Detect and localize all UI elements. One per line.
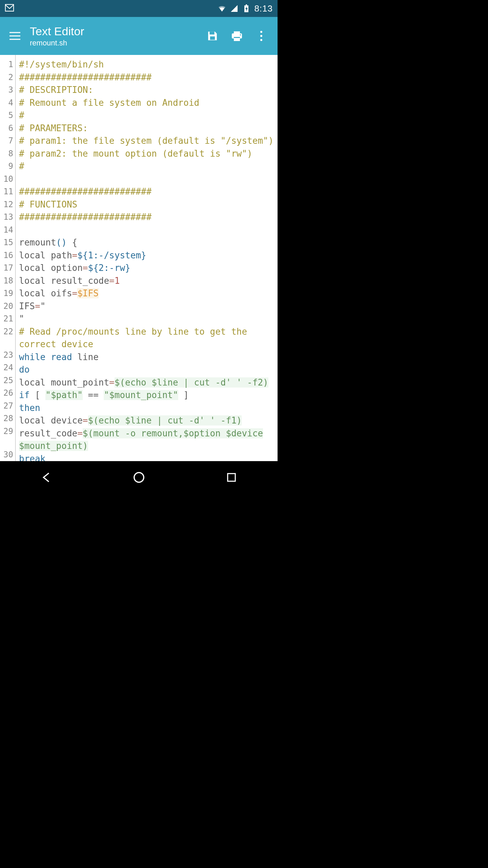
overflow-button[interactable] [252,27,270,45]
status-bar: 8:13 [0,0,278,17]
action-bar [200,27,273,45]
line-number: 24 [0,361,15,374]
line-number: 22 [0,326,15,349]
line-number: 19 [0,287,15,300]
print-button[interactable] [228,27,246,45]
code-line[interactable]: # FUNCTIONS [19,198,274,211]
code-line[interactable]: # [19,109,274,122]
nav-recent-button[interactable] [225,471,238,484]
line-number: 27 [0,400,15,413]
more-vert-icon [260,30,263,42]
recent-icon [226,472,237,482]
code-line[interactable]: ######################### [19,71,274,84]
line-number: 11 [0,185,15,198]
nav-home-button[interactable] [132,471,146,484]
svg-point-13 [240,34,241,36]
menu-icon [9,32,20,40]
nav-bar [0,461,278,494]
line-number: 7 [0,135,15,147]
code-line[interactable]: remount() { [19,236,274,249]
svg-rect-2 [246,4,247,5]
home-icon [133,472,145,483]
code-line[interactable]: then [19,402,274,415]
code-line[interactable]: while read line [19,351,274,364]
save-icon [207,30,218,42]
line-number: 17 [0,262,15,275]
code-line[interactable]: # [19,160,274,173]
line-number: 23 [0,349,15,362]
line-number: 1 [0,58,15,71]
code-content[interactable]: #!/system/bin/sh########################… [16,55,278,461]
line-number: 4 [0,97,15,110]
menu-button[interactable] [6,27,24,45]
code-line[interactable]: if [ "$path" == "$mount_point" ] [19,389,274,402]
code-line[interactable]: do [19,363,274,376]
svg-rect-12 [234,37,240,38]
code-line[interactable]: #!/system/bin/sh [19,58,274,71]
line-number: 5 [0,109,15,122]
cellular-icon [230,4,239,13]
line-number: 26 [0,387,15,400]
svg-point-15 [260,35,262,37]
print-icon [231,30,243,42]
code-line[interactable]: # param1: the file system (default is "/… [19,135,274,147]
code-line[interactable]: " [19,313,274,326]
status-right: 8:13 [218,3,273,14]
code-line[interactable] [19,224,274,237]
file-name: remount.sh [30,39,200,47]
code-line[interactable]: # Remount a file system on Android [19,97,274,110]
nav-back-button[interactable] [40,471,53,484]
code-line[interactable]: # DESCRIPTION: [19,84,274,97]
code-line[interactable]: break [19,453,274,461]
line-number: 12 [0,198,15,211]
code-line[interactable]: IFS=" [19,300,274,313]
svg-rect-8 [210,36,215,40]
code-line[interactable]: local path=${1:-/system} [19,249,274,262]
code-line[interactable]: local result_code=1 [19,275,274,288]
line-number: 25 [0,374,15,387]
code-line[interactable]: ######################### [19,185,274,198]
line-number: 9 [0,160,15,173]
line-number: 21 [0,313,15,326]
wifi-icon [218,4,226,13]
line-number: 20 [0,300,15,313]
line-number: 29 [0,425,15,449]
code-line[interactable]: result_code=$(mount -o remount,$option $… [19,427,274,453]
code-line[interactable]: ######################### [19,211,274,224]
line-number: 18 [0,275,15,288]
line-number: 30 [0,449,15,461]
svg-point-14 [260,31,262,33]
back-icon [41,472,52,483]
line-number: 16 [0,249,15,262]
line-number: 3 [0,84,15,97]
svg-rect-18 [227,474,235,481]
gmail-icon [5,4,14,12]
svg-point-17 [134,473,143,482]
battery-icon [242,4,251,13]
line-number: 15 [0,236,15,249]
svg-point-16 [260,39,262,41]
code-line[interactable]: # PARAMETERS: [19,122,274,135]
code-line[interactable] [19,173,274,186]
line-number: 8 [0,147,15,160]
code-line[interactable]: local oifs=$IFS [19,287,274,300]
line-number: 13 [0,211,15,224]
status-left [5,4,218,13]
code-line[interactable]: # param2: the mount option (default is "… [19,147,274,160]
line-number: 2 [0,71,15,84]
line-number: 10 [0,173,15,186]
code-line[interactable]: local mount_point=$(echo $line | cut -d'… [19,376,274,389]
status-clock: 8:13 [254,3,273,14]
title-block: Text Editor remount.sh [30,25,200,47]
code-line[interactable]: # Read /proc/mounts line by line to get … [19,326,274,351]
line-gutter: 1234567891011121314151617181920212223242… [0,55,16,461]
code-line[interactable]: local option=${2:-rw} [19,262,274,275]
app-title: Text Editor [30,25,200,38]
svg-rect-7 [210,32,215,35]
code-line[interactable]: local device=$(echo $line | cut -d' ' -f… [19,414,274,427]
svg-rect-10 [234,32,240,34]
editor-area[interactable]: 1234567891011121314151617181920212223242… [0,55,278,461]
line-number: 6 [0,122,15,135]
save-button[interactable] [204,27,221,45]
app-bar: Text Editor remount.sh [0,17,278,55]
